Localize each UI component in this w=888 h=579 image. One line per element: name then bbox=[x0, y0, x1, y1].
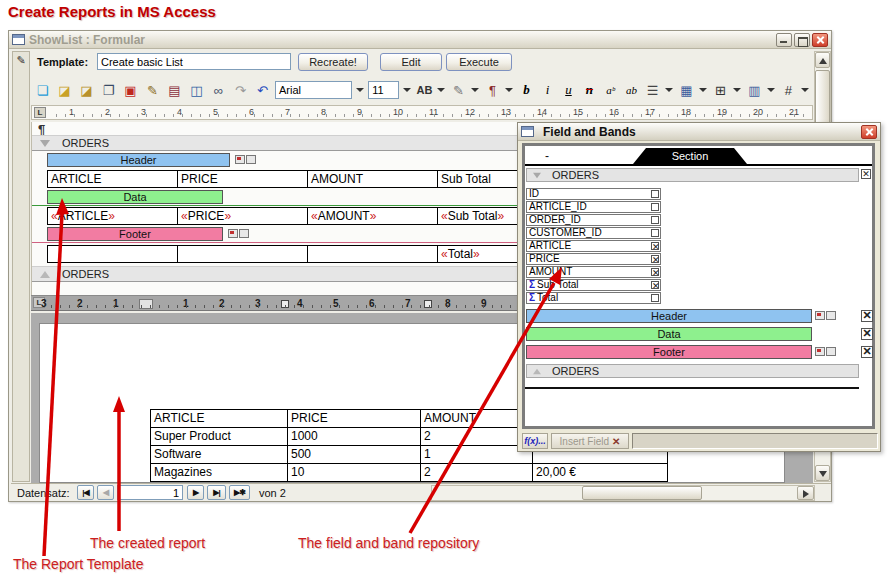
field-checkbox[interactable] bbox=[651, 203, 659, 211]
new-report-icon[interactable]: ❏ bbox=[33, 81, 52, 100]
band-checkbox[interactable] bbox=[861, 310, 873, 322]
undo-icon[interactable]: ↶ bbox=[253, 81, 272, 100]
expand-triangle-icon[interactable] bbox=[40, 271, 50, 278]
column-format-dropdown[interactable] bbox=[766, 82, 777, 99]
numbering-dropdown[interactable] bbox=[800, 82, 811, 99]
line-spacing-dropdown[interactable] bbox=[664, 82, 675, 99]
underline-icon[interactable]: u bbox=[559, 81, 578, 100]
dialog-group-footer[interactable]: ORDERS bbox=[526, 364, 859, 378]
subscript-icon[interactable]: ab bbox=[622, 81, 641, 100]
table-format-icon[interactable]: ▦ bbox=[677, 81, 696, 100]
dialog-footer-band[interactable]: Footer bbox=[526, 345, 812, 359]
field-checkbox[interactable] bbox=[651, 294, 659, 302]
dialog-data-band[interactable]: Data bbox=[526, 327, 812, 341]
column-header-cell[interactable]: AMOUNT bbox=[307, 170, 438, 188]
horizontal-scroll-thumb[interactable] bbox=[582, 486, 702, 500]
dialog-group-header[interactable]: ORDERS bbox=[526, 168, 859, 182]
border-color-icon[interactable]: ✎ bbox=[449, 81, 468, 100]
column-header-cell[interactable]: ARTICLE bbox=[47, 170, 178, 188]
strikethrough-icon[interactable]: n bbox=[580, 81, 599, 100]
field-cell[interactable]: «PRICE» bbox=[177, 207, 308, 225]
band-print-icon[interactable] bbox=[235, 155, 245, 164]
paragraph-format-icon[interactable]: ¶ bbox=[483, 81, 502, 100]
band-checkbox[interactable] bbox=[861, 346, 873, 358]
dialog-header-band[interactable]: Header bbox=[526, 309, 812, 323]
last-record-button[interactable]: ▶| bbox=[207, 485, 226, 500]
scroll-down-button[interactable] bbox=[815, 465, 830, 481]
scroll-up-button[interactable] bbox=[815, 52, 830, 68]
borders-icon[interactable]: ⊞ bbox=[711, 81, 730, 100]
window-icon[interactable]: ❐ bbox=[99, 81, 118, 100]
edit-button[interactable]: Edit bbox=[380, 53, 442, 71]
column-format-icon[interactable]: ▥ bbox=[745, 81, 764, 100]
expand-triangle-icon[interactable] bbox=[533, 368, 541, 374]
tools-icon[interactable]: ✎ bbox=[143, 81, 162, 100]
font-name-combo[interactable]: Arial bbox=[275, 81, 352, 99]
band-option-icon[interactable] bbox=[239, 229, 249, 238]
save-template-icon[interactable]: ◪ bbox=[77, 81, 96, 100]
section-marker-icon[interactable] bbox=[424, 300, 432, 308]
band-print-icon[interactable] bbox=[815, 347, 825, 356]
field-cell[interactable]: «ARTICLE» bbox=[47, 207, 178, 225]
bold-icon[interactable]: b bbox=[517, 81, 536, 100]
field-checkbox[interactable] bbox=[651, 190, 659, 198]
dialog-close-button[interactable] bbox=[861, 125, 877, 139]
column-header-cell[interactable]: PRICE bbox=[177, 170, 308, 188]
field-row[interactable]: ARTICLE bbox=[526, 240, 661, 252]
tab-stop-icon[interactable]: L bbox=[34, 107, 46, 118]
header-band[interactable]: Header bbox=[47, 153, 230, 167]
field-row[interactable]: ΣSub Total bbox=[526, 279, 661, 291]
search-icon[interactable]: ∞ bbox=[209, 81, 228, 100]
next-record-button[interactable]: ▶ bbox=[187, 485, 204, 500]
field-checkbox[interactable] bbox=[651, 281, 659, 289]
window-titlebar[interactable]: ShowList : Formular bbox=[9, 31, 831, 49]
record-number-input[interactable] bbox=[117, 485, 183, 500]
group-checkbox[interactable] bbox=[861, 169, 871, 179]
band-print-icon[interactable] bbox=[815, 311, 825, 320]
horizontal-scrollbar[interactable] bbox=[431, 485, 815, 501]
close-button[interactable] bbox=[812, 33, 828, 47]
data-band[interactable]: Data bbox=[47, 190, 223, 204]
insert-field-button[interactable]: Insert Field bbox=[551, 433, 629, 449]
band-option-icon[interactable] bbox=[826, 311, 836, 320]
table-format-dropdown[interactable] bbox=[698, 82, 709, 99]
font-size-dropdown[interactable] bbox=[402, 82, 412, 99]
section-marker-icon[interactable] bbox=[281, 300, 289, 308]
border-color-dropdown[interactable] bbox=[470, 82, 481, 99]
field-checkbox[interactable] bbox=[651, 229, 659, 237]
scroll-right-button[interactable] bbox=[797, 486, 814, 500]
maximize-button[interactable] bbox=[794, 33, 810, 47]
band-print-icon[interactable] bbox=[228, 229, 238, 238]
borders-dropdown[interactable] bbox=[732, 82, 743, 99]
field-checkbox[interactable] bbox=[651, 242, 659, 250]
tab-minus[interactable]: - bbox=[527, 148, 633, 164]
execute-button[interactable]: Execute bbox=[446, 53, 512, 71]
tab-section[interactable]: Section bbox=[633, 148, 747, 164]
margin-marker[interactable] bbox=[139, 299, 153, 309]
field-cell[interactable]: «AMOUNT» bbox=[307, 207, 438, 225]
numbering-icon[interactable]: # bbox=[779, 81, 798, 100]
band-checkbox[interactable] bbox=[861, 328, 873, 340]
collapse-triangle-icon[interactable] bbox=[40, 140, 50, 147]
new-record-button[interactable]: ▶✱ bbox=[229, 485, 250, 500]
template-input[interactable] bbox=[97, 53, 291, 70]
paragraph-format-dropdown[interactable] bbox=[504, 82, 515, 99]
recreate-button[interactable]: Recreate! bbox=[298, 53, 368, 71]
first-record-button[interactable]: |◀ bbox=[77, 485, 94, 500]
field-checkbox[interactable] bbox=[651, 268, 659, 276]
collapse-triangle-icon[interactable] bbox=[533, 172, 541, 178]
page-setup-icon[interactable]: ▤ bbox=[165, 81, 184, 100]
open-template-icon[interactable]: ◪ bbox=[55, 81, 74, 100]
empty-cell[interactable] bbox=[307, 245, 438, 263]
superscript-icon[interactable]: aᵇ bbox=[601, 81, 620, 100]
line-spacing-icon[interactable]: ☰ bbox=[643, 81, 662, 100]
field-row[interactable]: ARTICLE_ID bbox=[526, 201, 661, 213]
font-size-combo[interactable]: 11 bbox=[368, 81, 399, 99]
vertical-scroll-thumb[interactable] bbox=[815, 70, 830, 125]
field-checkbox[interactable] bbox=[651, 255, 659, 263]
empty-cell[interactable] bbox=[177, 245, 308, 263]
print-preview-icon[interactable]: ◫ bbox=[187, 81, 206, 100]
dialog-titlebar[interactable]: Field and Bands bbox=[518, 123, 880, 141]
field-row[interactable]: PRICE bbox=[526, 253, 661, 265]
footer-band[interactable]: Footer bbox=[47, 227, 223, 241]
